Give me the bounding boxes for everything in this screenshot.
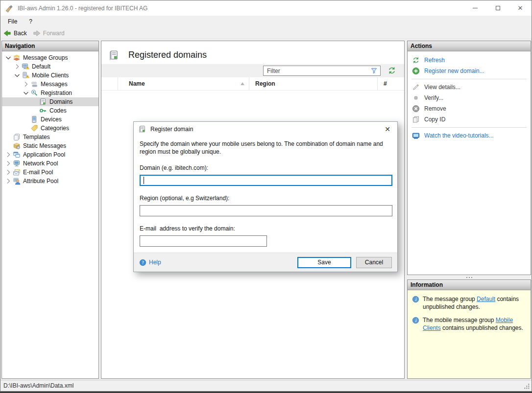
nav-item-attribute-pool[interactable]: Attribute Pool xyxy=(2,177,98,185)
copy-icon xyxy=(412,116,420,123)
column-count-label: # xyxy=(384,80,387,87)
action-verify[interactable]: Verify... xyxy=(408,92,531,103)
nav-item-mobile-clients[interactable]: Mobile Clients xyxy=(2,71,98,80)
monitor-warning-icon xyxy=(22,63,29,70)
action-watch-tutorials[interactable]: Watch the video-tutorials... xyxy=(408,130,531,141)
nav-label: Codes xyxy=(49,107,67,114)
maximize-icon xyxy=(496,6,500,10)
note-link-default[interactable]: Default xyxy=(477,296,495,302)
nav-item-static-messages[interactable]: Static Messages xyxy=(2,141,98,150)
help-icon xyxy=(139,259,146,266)
dialog-title: Register domain xyxy=(150,126,193,133)
nav-label: Application Pool xyxy=(23,151,65,158)
email-label: E-mail address to verify the domain: xyxy=(140,225,391,232)
maximize-button[interactable] xyxy=(486,0,509,16)
chevron-spacer xyxy=(4,142,13,150)
chevron-right-icon[interactable] xyxy=(22,80,30,88)
chevron-spacer xyxy=(30,107,39,115)
chevron-right-icon[interactable] xyxy=(4,160,13,167)
nav-item-devices[interactable]: Devices xyxy=(2,115,98,124)
chevron-down-icon[interactable] xyxy=(13,71,22,79)
tag-icon xyxy=(30,124,38,132)
nav-item-network-pool[interactable]: Network Pool xyxy=(2,159,98,168)
column-header-count[interactable]: # xyxy=(378,77,405,90)
close-icon: ✕ xyxy=(385,125,390,133)
close-button[interactable]: ✕ xyxy=(509,0,532,16)
region-input[interactable] xyxy=(140,205,392,216)
information-body: The message group Default contains unpub… xyxy=(408,290,531,378)
filter-input[interactable] xyxy=(263,66,381,76)
bullet-icon xyxy=(412,94,420,102)
nav-item-registration[interactable]: Registration xyxy=(2,89,98,97)
nav-item-codes[interactable]: Codes xyxy=(2,106,98,115)
key-icon xyxy=(39,107,47,115)
note-prefix: The message group xyxy=(423,296,477,302)
info-icon xyxy=(412,296,419,303)
screen: IBI-aws Admin 1.26.0 - registered for IB… xyxy=(0,0,532,393)
nav-item-default[interactable]: Default xyxy=(2,62,98,71)
domains-icon xyxy=(39,98,47,106)
menu-file[interactable]: File xyxy=(8,18,17,25)
save-button[interactable]: Save xyxy=(297,257,351,268)
action-view-details[interactable]: View details... xyxy=(408,82,531,92)
column-header-region[interactable]: Region xyxy=(249,77,378,90)
chevron-spacer xyxy=(22,124,30,132)
chevron-spacer xyxy=(4,133,13,141)
forward-arrow-icon xyxy=(33,29,41,37)
action-copy-id[interactable]: Copy ID xyxy=(408,114,531,125)
action-refresh[interactable]: Refresh xyxy=(408,55,531,66)
action-register-new-domain[interactable]: Register new domain... xyxy=(408,66,531,76)
action-remove[interactable]: Remove xyxy=(408,103,531,114)
registration-icon xyxy=(30,89,38,97)
nav-item-application-pool[interactable]: Application Pool xyxy=(2,150,98,159)
dialog-description: Specify the domain where your mobile use… xyxy=(140,140,387,156)
refresh-icon xyxy=(412,56,420,64)
info-note-text: The message group Default contains unpub… xyxy=(423,295,527,311)
information-panel: Information The message group Default co… xyxy=(407,279,531,379)
status-path: D:\IBI-aws\Admin\Data.xml xyxy=(3,382,73,389)
navigation-panel: Navigation Message Groups Default xyxy=(1,41,99,379)
main-title-row: Registered domains xyxy=(101,41,404,63)
forward-button[interactable]: Forward xyxy=(33,29,65,37)
chevron-right-icon[interactable] xyxy=(4,177,13,185)
app-icon xyxy=(5,4,14,13)
cancel-button[interactable]: Cancel xyxy=(356,257,392,268)
help-link[interactable]: Help xyxy=(139,259,161,266)
filter-funnel-icon[interactable] xyxy=(370,67,378,74)
chevron-down-icon[interactable] xyxy=(22,89,30,97)
forward-label: Forward xyxy=(43,30,65,37)
domain-input[interactable] xyxy=(140,175,392,186)
nav-label: Templates xyxy=(23,134,50,140)
network-pool-icon xyxy=(13,160,21,167)
column-header-name[interactable]: Name xyxy=(118,77,249,90)
nav-item-categories[interactable]: Categories xyxy=(2,124,98,133)
dialog-footer: Help Save Cancel xyxy=(134,253,397,272)
nav-label: Static Messages xyxy=(23,142,66,149)
nav-label: Attribute Pool xyxy=(23,178,58,185)
action-label: Verify... xyxy=(424,94,443,101)
chevron-right-icon[interactable] xyxy=(13,63,22,70)
nav-item-domains[interactable]: Domains xyxy=(2,97,98,106)
info-note: The message group Default contains unpub… xyxy=(412,295,527,311)
refresh-list-icon[interactable] xyxy=(387,66,396,75)
nav-label: Registration xyxy=(41,90,72,96)
information-header: Information xyxy=(408,280,531,290)
email-input[interactable] xyxy=(140,235,267,247)
resize-grip[interactable] xyxy=(524,383,530,390)
nav-item-email-pool[interactable]: E-mail Pool xyxy=(2,168,98,177)
dialog-close-button[interactable]: ✕ xyxy=(378,122,397,136)
nav-item-templates[interactable]: Templates xyxy=(2,133,98,141)
nav-label: Messages xyxy=(41,81,68,88)
action-label: Refresh xyxy=(424,57,445,64)
minimize-button[interactable] xyxy=(464,0,486,16)
back-button[interactable]: Back xyxy=(3,29,27,37)
panel-splitter[interactable] xyxy=(407,275,531,279)
chevron-down-icon[interactable] xyxy=(4,54,13,62)
column-gutter xyxy=(101,77,118,90)
nav-item-messages[interactable]: Messages xyxy=(2,80,98,89)
chevron-right-icon[interactable] xyxy=(4,168,13,176)
menu-help[interactable]: ? xyxy=(29,18,32,25)
nav-item-message-groups[interactable]: Message Groups xyxy=(2,53,98,62)
nav-label: Default xyxy=(32,63,50,70)
chevron-right-icon[interactable] xyxy=(4,151,13,159)
